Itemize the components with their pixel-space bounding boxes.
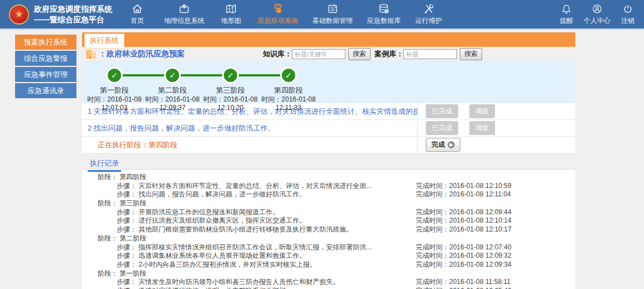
allocate-button[interactable]: 调拨 <box>469 121 495 135</box>
nav-item-geo-info[interactable]: 地理信息系统 <box>164 3 204 26</box>
sidebar-item-label: 预案执行系统 <box>24 37 68 47</box>
nav-label: 运行维护 <box>415 16 442 26</box>
page: ★ 政府应急调度指挥系统 ——暨综合应急平台 首页 地理信息系统 <box>0 0 644 289</box>
record-step-row: 步骤： 灾情发生及时向防汛领导小组和县三防办报告人员伤亡和财产损失。 完成时间：… <box>82 277 575 286</box>
sidebar-item-label: 应急通讯录 <box>28 86 64 96</box>
execution-record-header: 执行记录 <box>82 157 575 170</box>
database-icon <box>378 3 390 15</box>
record-step-row: 步骤： 指挥部核实灾情情况并组织召开防洪工作会议，听取灾情汇报，安排部署防洪..… <box>82 243 575 252</box>
stage-name: 第一阶段 <box>100 85 129 95</box>
play-icon: ▶ <box>448 141 455 148</box>
stage-time-clock: 12:11:33 <box>276 104 301 112</box>
record-stage-row: 阶段： 第一阶段 <box>82 269 575 278</box>
brand: ★ 政府应急调度指挥系统 ——暨综合应急平台 <box>0 4 117 24</box>
sidebar-item-event-management[interactable]: 应急事件管理 <box>15 67 76 82</box>
stage-name: 第四阶段 <box>274 85 303 95</box>
knowledge-search-input[interactable] <box>292 49 345 59</box>
step-text: 步骤： 2小时内向县三防办汇报初步情况，并对灾情实时核实上报。 <box>82 261 316 268</box>
national-emblem-logo: ★ <box>9 4 29 25</box>
sidebar-item-emergency-alarm[interactable]: 综合应急警报 <box>15 51 76 66</box>
sidebar: 预案执行系统 综合应急警报 应急事件管理 应急通讯录 <box>15 35 76 98</box>
app-title: 政府应急调度指挥系统 ——暨综合应急平台 <box>34 4 112 24</box>
app-title-line2: ——暨综合应急平台 <box>34 15 112 25</box>
task-actions: 已完成 调拨 <box>417 120 575 136</box>
record-step-row: 步骤： 找出问题，报告问题，解决问题，进一步做好防汛工作。 完成时间：2016-… <box>82 190 575 199</box>
task-text: 2 找出问题，报告问题，解决问题，进一步做好防汛工作。 <box>82 123 417 133</box>
completion-time: 完成时间：2016-01-08 12:10:59 <box>416 181 511 191</box>
nav-label: 基础数据管理 <box>313 16 353 26</box>
record-step-row: 步骤： 开展防洪应急工作的信息报送和新闻报道工作。 完成时间：2016-01-0… <box>82 208 575 216</box>
sidebar-item-label: 综合应急警报 <box>24 54 68 64</box>
step-text: 步骤： 灾情发生及时向防汛领导小组和县三防办报告人员伤亡和财产损失。 <box>82 278 339 286</box>
nav-item-home[interactable]: 首页 <box>125 3 150 26</box>
finish-button[interactable]: 完成▶ <box>426 138 460 152</box>
record-step-row: 步骤： 进行抗洪救灾及组织群众撤离灾区，指挥灾区交通工作。 完成时间：2016-… <box>82 216 575 225</box>
nav-item-base-data[interactable]: 基础数据管理 <box>313 3 353 26</box>
power-icon <box>622 3 633 15</box>
stage-time-date: 时间：2016-01-08 <box>87 95 141 104</box>
nav-item-emergency-linkage[interactable]: 应急联动系统 <box>258 3 298 26</box>
record-stage-row: 阶段： 第四阶段 <box>82 172 575 181</box>
stage-time-clock: 12:10:20 <box>218 104 244 112</box>
sidebar-item-plan-execution[interactable]: 预案执行系统 <box>15 35 76 50</box>
stage-time-clock: 12:07:03 <box>102 104 128 112</box>
record-step-row: 步骤： 其他部门根据需要协助林业防汛小组进行转移物资及执行重大防汛措施。 完成时… <box>82 225 575 234</box>
completion-time: 完成时间：2016-01-08 12:09:32 <box>416 251 511 261</box>
plan-title-row: ：政府林业防汛应急预案 知识库： 搜索 案例库： 搜索 <box>82 47 575 60</box>
user-icon <box>592 3 603 15</box>
execution-record-list: 阶段： 第四阶段 步骤： 灾后针对各方面和环节定性、定量的总结、分析、评估，对灾… <box>82 170 575 289</box>
completion-time: 完成时间：2016-01-08 12:11:04 <box>416 190 511 199</box>
stage-progress-panel: ✓ 第一阶段 时间：2016-01-08 12:07:03 ✓ 第二阶段 时间：… <box>82 61 575 103</box>
nav-item-terrain-map[interactable]: 地形图 <box>219 3 243 26</box>
plan-title: ：政府林业防汛应急预案 <box>99 49 185 59</box>
nav-item-alerts[interactable]: 提醒 <box>558 3 575 26</box>
sidebar-item-label: 应急事件管理 <box>24 70 68 80</box>
user-nav: 提醒 个人中心 注销 <box>558 3 644 26</box>
completion-time: 完成时间：2016-01-08 11:58:11 <box>416 277 511 287</box>
step-text: 步骤： 找出问题，报告问题，解决问题，进一步做好防汛工作。 <box>82 190 306 198</box>
search-area: 知识库： 搜索 案例库： 搜索 <box>263 48 575 60</box>
steps: ✓ 第一阶段 时间：2016-01-08 12:07:03 ✓ 第二阶段 时间：… <box>85 67 575 112</box>
stage-name: 第二阶段 <box>158 85 187 95</box>
building-icon <box>85 49 97 60</box>
stage-time-date: 时间：2016-01-08 <box>145 95 199 104</box>
task-row: 2 找出问题，报告问题，解决问题，进一步做好防汛工作。 已完成 调拨 <box>82 120 575 137</box>
stage-time-date: 时间：2016-01-08 <box>203 95 257 104</box>
case-search-button[interactable]: 搜索 <box>460 48 482 60</box>
step-text: 步骤： 进行抗洪救灾及组织群众撤离灾区，指挥灾区交通工作。 <box>82 216 306 224</box>
step-stage-4: ✓ 第四阶段 时间：2016-01-08 12:11:33 <box>259 67 318 112</box>
stage-name: 第三阶段 <box>216 85 245 95</box>
nav-label: 应急数据库 <box>367 16 401 26</box>
tab-execution-record[interactable]: 执行记录 <box>88 157 121 172</box>
geo-info-icon <box>178 3 190 15</box>
nav-label: 个人中心 <box>584 16 611 26</box>
knowledge-search-button[interactable]: 搜索 <box>348 48 371 60</box>
stage-time-clock: 12:09:37 <box>160 104 186 112</box>
main-nav: 首页 地理信息系统 地形图 应急联动系统 <box>125 3 442 26</box>
nav-item-profile[interactable]: 个人中心 <box>584 3 611 26</box>
step-text: 步骤： 开展防洪应急工作的信息报送和新闻报道工作。 <box>82 208 279 216</box>
sidebar-item-contacts[interactable]: 应急通讯录 <box>15 83 76 98</box>
nav-item-maintenance[interactable]: 运行维护 <box>415 3 442 26</box>
bell-icon <box>561 3 572 15</box>
nav-item-database[interactable]: 应急数据库 <box>367 3 401 26</box>
check-icon: ✓ <box>222 67 239 84</box>
case-search-input[interactable] <box>403 49 457 59</box>
nav-item-logout[interactable]: 注销 <box>619 3 636 26</box>
terrain-map-icon <box>225 3 237 15</box>
tab-execution-system[interactable]: 执行系统 <box>84 33 124 49</box>
completion-time: 完成时间：2016-01-08 12:09:44 <box>416 208 511 217</box>
record-stage-row: 阶段： 第三阶段 <box>82 199 575 208</box>
stage-time-date: 时间：2016-01-08 <box>261 95 315 104</box>
record-step-row: 步骤： 迅速对灾情进行监控、追踪，并立即联系相关部门。 完成时间：2016-01… <box>82 286 575 289</box>
done-button[interactable]: 已完成 <box>426 121 458 135</box>
case-base-label: 案例库： <box>374 49 403 59</box>
step-stage-2: ✓ 第二阶段 时间：2016-01-08 12:09:37 <box>143 67 201 112</box>
record-step-row: 步骤： 2小时内向县三防办汇报初步情况，并对灾情实时核实上报。 完成时间：201… <box>82 260 575 269</box>
finish-button-label: 完成 <box>431 140 445 150</box>
step-text: 步骤： 指挥部核实灾情情况并组织召开防洪工作会议，听取灾情汇报，安排部署防洪..… <box>82 243 372 251</box>
tab-bar: 执行系统 <box>82 32 575 47</box>
step-stage-3: ✓ 第三阶段 时间：2016-01-08 12:10:20 <box>201 67 259 112</box>
record-step-row: 步骤： 迅速调集林业系统各单位人员展开现场处置和救援工作。 完成时间：2016-… <box>82 251 575 260</box>
nav-label: 地理信息系统 <box>164 16 204 26</box>
